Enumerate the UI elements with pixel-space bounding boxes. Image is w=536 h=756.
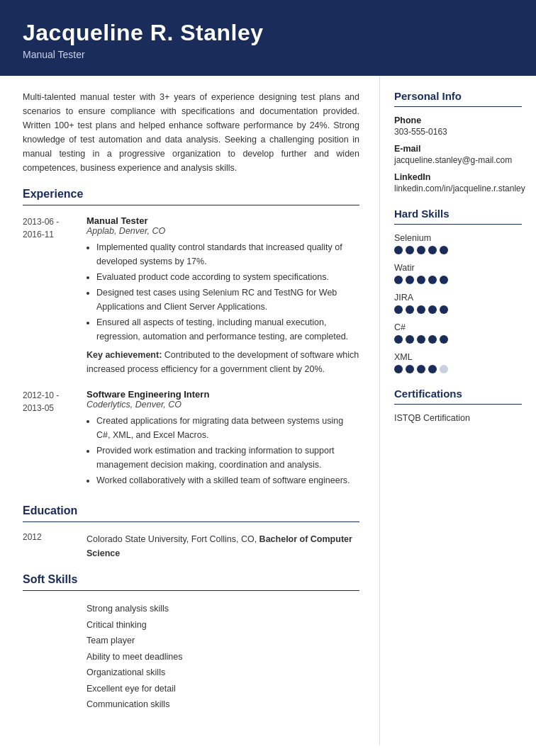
bullet-item: Evaluated product code according to syst… bbox=[96, 270, 359, 284]
dot bbox=[428, 305, 437, 314]
certifications-title: Certifications bbox=[394, 388, 522, 400]
email-value: jacqueline.stanley@g-mail.com bbox=[394, 155, 522, 165]
skill-name-jira: JIRA bbox=[394, 293, 522, 303]
soft-skills-spacer bbox=[23, 601, 86, 713]
skill-dots-selenium bbox=[394, 246, 522, 254]
soft-skills-title: Soft Skills bbox=[23, 573, 359, 586]
bullet-item: Designed test cases using Selenium RC an… bbox=[96, 286, 359, 314]
content-wrapper: Multi-talented manual tester with 3+ yea… bbox=[0, 76, 536, 745]
soft-skill-item: Ability to meet deadlines bbox=[86, 649, 359, 665]
skill-row-csharp: C# bbox=[394, 322, 522, 344]
skill-dots-watir bbox=[394, 276, 522, 284]
main-column: Multi-talented manual tester with 3+ yea… bbox=[0, 76, 380, 745]
hard-skills-divider bbox=[394, 224, 522, 225]
exp-company-1: Applab, Denver, CO bbox=[86, 226, 359, 236]
skill-row-selenium: Selenium bbox=[394, 233, 522, 254]
certifications-section: Certifications ISTQB Certification bbox=[394, 388, 522, 423]
experience-entry-2: 2012-10 - 2013-05 Software Engineering I… bbox=[23, 389, 359, 492]
personal-info-divider bbox=[394, 106, 522, 107]
dot bbox=[428, 246, 437, 254]
dot bbox=[406, 305, 414, 314]
side-column: Personal Info Phone 303-555-0163 E-mail … bbox=[380, 76, 536, 745]
bullet-item: Created applications for migrating data … bbox=[96, 414, 359, 442]
dot bbox=[440, 276, 448, 284]
key-achievement-1: Key achievement: Contributed to the deve… bbox=[86, 348, 359, 376]
phone-label: Phone bbox=[394, 115, 522, 125]
education-title: Education bbox=[23, 504, 359, 517]
dot bbox=[394, 305, 403, 314]
linkedin-value: linkedin.com/in/jacqueline.r.stanley bbox=[394, 184, 522, 193]
dot bbox=[417, 335, 425, 344]
skill-name-csharp: C# bbox=[394, 322, 522, 332]
edu-year-1: 2012 bbox=[23, 532, 86, 560]
exp-bullets-2: Created applications for migrating data … bbox=[86, 414, 359, 487]
skill-name-selenium: Selenium bbox=[394, 233, 522, 243]
dot bbox=[417, 246, 425, 254]
exp-dates-2: 2012-10 - 2013-05 bbox=[23, 389, 86, 492]
candidate-title: Manual Tester bbox=[23, 49, 513, 60]
soft-skill-item: Team player bbox=[86, 633, 359, 649]
summary-text: Multi-talented manual tester with 3+ yea… bbox=[23, 90, 359, 175]
soft-skill-item: Critical thinking bbox=[86, 617, 359, 633]
skill-row-jira: JIRA bbox=[394, 293, 522, 314]
skill-name-xml: XML bbox=[394, 352, 522, 362]
experience-section: Experience 2013-06 - 2016-11 Manual Test… bbox=[23, 188, 359, 492]
experience-divider bbox=[23, 205, 359, 205]
dot-empty bbox=[440, 365, 448, 373]
experience-title: Experience bbox=[23, 188, 359, 201]
soft-skills-section: Soft Skills Strong analysis skills Criti… bbox=[23, 573, 359, 713]
soft-skill-item: Organizational skills bbox=[86, 665, 359, 681]
hard-skills-section: Hard Skills Selenium Watir bbox=[394, 208, 522, 373]
dot bbox=[428, 365, 437, 373]
skill-dots-xml bbox=[394, 365, 522, 373]
dot bbox=[440, 305, 448, 314]
linkedin-label: LinkedIn bbox=[394, 172, 522, 182]
experience-entry-1: 2013-06 - 2016-11 Manual Tester Applab, … bbox=[23, 215, 359, 376]
soft-skill-item: Excellent eye for detail bbox=[86, 681, 359, 697]
exp-company-2: Coderlytics, Denver, CO bbox=[86, 400, 359, 410]
soft-skills-list: Strong analysis skills Critical thinking… bbox=[86, 601, 359, 713]
dot bbox=[428, 335, 437, 344]
soft-skill-item: Strong analysis skills bbox=[86, 601, 359, 617]
dot bbox=[440, 335, 448, 344]
soft-skill-item: Communication skills bbox=[86, 696, 359, 713]
soft-skills-entry: Strong analysis skills Critical thinking… bbox=[23, 601, 359, 713]
candidate-name: Jacqueline R. Stanley bbox=[23, 20, 513, 46]
dot bbox=[428, 276, 437, 284]
certifications-divider bbox=[394, 404, 522, 405]
education-entry-1: 2012 Colorado State University, Fort Col… bbox=[23, 532, 359, 560]
bullet-item: Implemented quality control standards th… bbox=[96, 240, 359, 269]
dot bbox=[417, 365, 425, 373]
dot bbox=[406, 246, 414, 254]
email-label: E-mail bbox=[394, 144, 522, 154]
bullet-item: Ensured all aspects of testing, includin… bbox=[96, 315, 359, 344]
certification-item-1: ISTQB Certification bbox=[394, 413, 522, 423]
exp-details-1: Manual Tester Applab, Denver, CO Impleme… bbox=[86, 215, 359, 376]
skill-row-xml: XML bbox=[394, 352, 522, 373]
skill-dots-jira bbox=[394, 305, 522, 314]
dot bbox=[394, 365, 403, 373]
exp-title-2: Software Engineering Intern bbox=[86, 389, 359, 400]
personal-info-title: Personal Info bbox=[394, 90, 522, 102]
soft-skills-divider bbox=[23, 590, 359, 591]
edu-details-1: Colorado State University, Fort Collins,… bbox=[86, 532, 359, 560]
dot bbox=[417, 305, 425, 314]
skill-name-watir: Watir bbox=[394, 263, 522, 273]
dot bbox=[394, 276, 403, 284]
resume-header: Jacqueline R. Stanley Manual Tester bbox=[0, 0, 536, 76]
dot bbox=[394, 335, 403, 344]
exp-bullets-1: Implemented quality control standards th… bbox=[86, 240, 359, 344]
phone-value: 303-555-0163 bbox=[394, 127, 522, 137]
dot bbox=[394, 246, 403, 254]
personal-info-section: Personal Info Phone 303-555-0163 E-mail … bbox=[394, 90, 522, 193]
education-divider bbox=[23, 521, 359, 522]
bullet-item: Provided work estimation and tracking in… bbox=[96, 444, 359, 472]
exp-dates-1: 2013-06 - 2016-11 bbox=[23, 215, 86, 376]
dot bbox=[440, 246, 448, 254]
skill-row-watir: Watir bbox=[394, 263, 522, 284]
dot bbox=[406, 365, 414, 373]
dot bbox=[406, 276, 414, 284]
bullet-item: Worked collaboratively with a skilled te… bbox=[96, 473, 359, 487]
education-section: Education 2012 Colorado State University… bbox=[23, 504, 359, 560]
skill-dots-csharp bbox=[394, 335, 522, 344]
